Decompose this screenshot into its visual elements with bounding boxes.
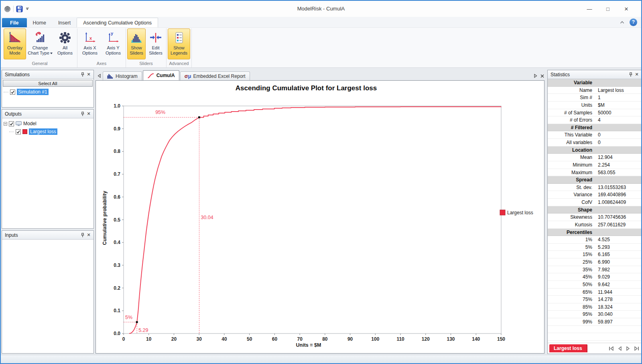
pin-icon[interactable] bbox=[627, 71, 634, 78]
close-icon[interactable]: ✕ bbox=[634, 71, 640, 78]
statistics-panel: Statistics ✕ VariableNameLargest lossSim… bbox=[547, 70, 642, 354]
tab-close-icon[interactable] bbox=[539, 73, 545, 79]
stats-row: Mean12.904 bbox=[548, 154, 642, 161]
maximize-icon[interactable]: □ bbox=[599, 6, 617, 12]
largest-loss-tree-item[interactable]: Largest loss bbox=[4, 128, 93, 136]
slider-percent-label: 5% bbox=[125, 315, 132, 320]
close-icon[interactable]: ✕ bbox=[85, 232, 92, 238]
select-all-button[interactable]: Select All bbox=[3, 80, 93, 87]
stats-row: 75%14.278 bbox=[548, 296, 642, 303]
stats-row: CofV1.008624409 bbox=[548, 199, 642, 206]
close-icon[interactable]: ✕ bbox=[85, 111, 92, 117]
stats-section-row: Location bbox=[548, 146, 642, 154]
slider-handle[interactable] bbox=[198, 116, 200, 118]
stats-row: 25%6.990 bbox=[548, 258, 642, 266]
tab-cumula[interactable]: CumulA bbox=[143, 70, 179, 80]
change-chart-type-button[interactable]: Change Chart Type bbox=[27, 28, 53, 59]
last-page-icon[interactable] bbox=[634, 346, 639, 351]
y-axis-label: Cumulative probability bbox=[102, 191, 108, 245]
show-legends-button[interactable]: Show Legends bbox=[168, 28, 190, 59]
next-page-icon[interactable] bbox=[626, 346, 630, 351]
change-chart-type-icon bbox=[33, 30, 47, 45]
quick-access-dropdown-icon[interactable] bbox=[25, 8, 29, 10]
tab-file[interactable]: File bbox=[2, 18, 27, 27]
stats-row: NameLargest loss bbox=[548, 87, 642, 94]
x-tick-label: 20 bbox=[171, 336, 177, 342]
stats-section-row: Percentiles bbox=[548, 229, 642, 236]
previous-page-icon[interactable] bbox=[618, 346, 622, 351]
simulation-label[interactable]: Simulation #1 bbox=[17, 89, 49, 95]
y-tick-label: 0.4 bbox=[114, 240, 120, 245]
x-tick-label: 0 bbox=[122, 336, 125, 342]
pin-icon[interactable] bbox=[79, 111, 85, 117]
ribbon-group-general: Overlay Mode bbox=[2, 28, 77, 67]
all-options-button[interactable]: All Options bbox=[54, 28, 76, 59]
model-checkbox[interactable] bbox=[9, 121, 14, 126]
ribbon: Overlay Mode bbox=[1, 28, 641, 68]
close-icon[interactable]: ✕ bbox=[85, 71, 92, 78]
model-label[interactable]: Model bbox=[23, 121, 37, 126]
x-axis-label: Units = $M bbox=[296, 342, 321, 348]
histogram-icon bbox=[107, 74, 114, 79]
simulation-checkbox[interactable] bbox=[10, 89, 15, 95]
stats-row: Minimum2.254 bbox=[548, 161, 642, 169]
statistics-table: VariableNameLargest lossSim #1Units$M# o… bbox=[548, 79, 642, 343]
tab-scroll-right-icon[interactable] bbox=[533, 73, 538, 79]
chart-area: Histogram CumulA σμ Embedded Excel Repor… bbox=[95, 70, 545, 354]
tab-histogram[interactable]: Histogram bbox=[103, 71, 142, 80]
y-tick-label: 0.7 bbox=[114, 171, 120, 177]
close-icon[interactable]: ✕ bbox=[617, 6, 636, 12]
tab-insert[interactable]: Insert bbox=[52, 18, 77, 27]
tree-connector bbox=[4, 92, 8, 92]
y-tick-label: 0.9 bbox=[114, 126, 120, 132]
first-page-icon[interactable] bbox=[609, 346, 614, 351]
collapse-expander-icon[interactable] bbox=[4, 122, 7, 126]
collapse-ribbon-icon[interactable] bbox=[620, 20, 625, 24]
app-logo-icon[interactable] bbox=[4, 6, 11, 12]
y-tick-label: 0.8 bbox=[114, 148, 120, 154]
stats-section-row: Shape bbox=[548, 206, 642, 214]
x-tick-label: 90 bbox=[347, 336, 353, 342]
tab-embedded-excel-report[interactable]: σμ Embedded Excel Report bbox=[180, 71, 250, 80]
pin-icon[interactable] bbox=[79, 232, 85, 238]
ribbon-tab-bar: File Home Insert Ascending Cumulative Op… bbox=[1, 17, 641, 28]
axis-x-options-button[interactable]: x Axis X Options bbox=[79, 28, 101, 59]
edit-sliders-button[interactable]: Edit Sliders bbox=[146, 28, 165, 59]
stats-row: 85%18.324 bbox=[548, 303, 642, 311]
tab-scroll-left-icon[interactable] bbox=[96, 73, 102, 79]
x-tick-label: 110 bbox=[396, 336, 404, 342]
save-icon[interactable] bbox=[16, 6, 23, 12]
overlay-mode-button[interactable]: Overlay Mode bbox=[4, 28, 26, 59]
slider-percent-label: 95% bbox=[155, 110, 165, 115]
tab-home[interactable]: Home bbox=[27, 18, 52, 27]
simulations-panel-title: Simulations bbox=[5, 72, 30, 77]
stats-row: 15%6.165 bbox=[548, 251, 642, 258]
stats-row: 95%30.040 bbox=[548, 311, 642, 318]
variable-tab-largest-loss[interactable]: Largest loss bbox=[549, 344, 587, 352]
title-bar: ModelRisk - CumulA — □ ✕ bbox=[1, 1, 641, 17]
stats-row: 50%9.642 bbox=[548, 281, 642, 289]
workspace: Simulations ✕ Select All Simulation #1 bbox=[1, 68, 641, 355]
simulation-tree-item[interactable]: Simulation #1 bbox=[4, 88, 93, 96]
x-tick-label: 130 bbox=[447, 336, 455, 342]
pin-icon[interactable] bbox=[79, 71, 85, 78]
stats-row bbox=[548, 326, 642, 333]
y-tick-label: 1.0 bbox=[114, 103, 120, 109]
model-tree-item[interactable]: Model bbox=[4, 120, 93, 128]
show-sliders-button[interactable]: Show Sliders bbox=[127, 28, 146, 59]
stats-row: This Variable0 bbox=[548, 131, 642, 139]
stats-row: St. dev.13.01553263 bbox=[548, 184, 642, 191]
slider-handle[interactable] bbox=[136, 321, 138, 323]
largest-loss-checkbox[interactable] bbox=[16, 129, 21, 134]
window-title: ModelRisk - CumulA bbox=[297, 1, 345, 17]
stats-row: 45%9.029 bbox=[548, 273, 642, 281]
minimize-icon[interactable]: — bbox=[580, 6, 599, 12]
axis-y-options-button[interactable]: y Axis Y Options bbox=[102, 28, 124, 59]
stats-row: Maximum563.055 bbox=[548, 169, 642, 177]
help-icon[interactable]: ? bbox=[630, 18, 637, 26]
stats-row: 99%59.897 bbox=[548, 318, 642, 326]
stats-row: Units$M bbox=[548, 102, 642, 109]
largest-loss-label[interactable]: Largest loss bbox=[29, 128, 57, 135]
tab-ascending-cumulative-options[interactable]: Ascending Cumulative Options bbox=[77, 18, 158, 27]
quick-access-toolbar bbox=[4, 6, 29, 12]
